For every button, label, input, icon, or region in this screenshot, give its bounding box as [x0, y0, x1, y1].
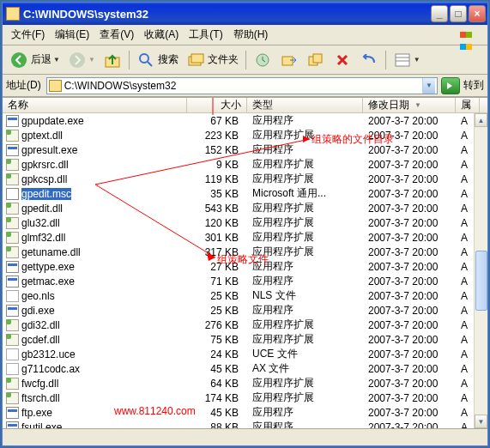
col-name[interactable]: 名称 [3, 98, 187, 112]
table-row[interactable]: g711codc.ax45 KBAX 文件2007-3-7 20:00A [3, 361, 487, 376]
file-date: 2007-3-7 20:00 [363, 261, 456, 273]
file-name: ftp.exe [21, 407, 52, 419]
table-row[interactable]: gpupdate.exe67 KB应用程序2007-3-7 20:00A [3, 113, 487, 128]
chevron-down-icon: ▼ [414, 56, 420, 64]
svg-point-0 [11, 52, 27, 68]
table-row[interactable]: gpkrsrc.dll9 KB应用程序扩展2007-3-7 20:00A [3, 157, 487, 172]
dll-file-icon [6, 203, 19, 215]
window-title: C:\WINDOWS\system32 [23, 8, 429, 21]
separator [245, 51, 246, 70]
table-row[interactable]: gettype.exe27 KB应用程序2007-3-7 20:00A [3, 259, 487, 274]
svg-point-3 [140, 54, 148, 63]
statusbar [3, 428, 487, 445]
table-row[interactable]: ftsrch.dll174 KB应用程序扩展2007-3-7 20:00A [3, 390, 487, 405]
close-button[interactable]: × [469, 5, 486, 22]
exe-file-icon [6, 407, 19, 419]
file-size: 45 KB [187, 407, 247, 419]
back-button[interactable]: 后退 ▼ [6, 49, 64, 71]
chevron-down-icon: ▼ [53, 56, 60, 64]
table-row[interactable]: geo.nls25 KBNLS 文件2007-3-7 20:00A [3, 288, 487, 303]
file-size: 45 KB [187, 363, 247, 375]
file-date: 2007-3-7 20:00 [363, 319, 456, 331]
menu-view[interactable]: 查看(V) [94, 26, 139, 44]
folders-button[interactable]: 文件夹 [183, 49, 242, 71]
menubar: 文件(F) 编辑(E) 查看(V) 收藏(A) 工具(T) 帮助(H) [3, 25, 487, 45]
file-type: 应用程序扩展 [247, 215, 363, 230]
delete-button[interactable] [330, 49, 355, 71]
scroll-up-button[interactable]: ▲ [475, 113, 487, 127]
menu-file[interactable]: 文件(F) [6, 26, 50, 44]
copy-to-icon [306, 51, 325, 70]
copy-to-button[interactable] [303, 49, 329, 71]
maximize-button[interactable]: □ [450, 5, 467, 22]
minimize-button[interactable]: _ [431, 5, 448, 22]
exe-file-icon [6, 275, 19, 288]
file-name: g711codc.ax [21, 363, 80, 375]
col-attr[interactable]: 属 [456, 98, 480, 112]
msc-file-icon [6, 188, 19, 200]
scroll-thumb[interactable] [475, 251, 487, 311]
file-name: fwcfg.dll [21, 378, 58, 390]
col-date[interactable]: 修改日期▼ [363, 98, 456, 112]
up-button[interactable] [100, 49, 125, 71]
menu-tools[interactable]: 工具(T) [184, 26, 227, 44]
explorer-window: C:\WINDOWS\system32 _ □ × 文件(F) 编辑(E) 查看… [2, 2, 488, 446]
file-name: getmac.exe [21, 275, 75, 288]
table-row[interactable]: gb2312.uce24 KBUCE 文件2007-3-7 20:00A [3, 347, 487, 361]
search-button[interactable]: 搜索 [133, 49, 182, 71]
col-size[interactable]: 大小 [187, 98, 247, 112]
table-row[interactable]: gdi32.dll276 KB应用程序扩展2007-3-7 20:00A [3, 318, 487, 332]
file-list: 名称 大小 类型 修改日期▼ 属 gpupdate.exe67 KB应用程序20… [3, 97, 487, 428]
history-button[interactable] [250, 49, 275, 71]
vertical-scrollbar[interactable]: ▲ ▼ [474, 113, 487, 428]
table-row[interactable]: getuname.dll317 KB应用程序扩展2007-3-7 20:00A [3, 245, 487, 259]
file-date: 2007-3-7 20:00 [363, 407, 456, 419]
table-row[interactable]: gptext.dll223 KB应用程序扩展2007-3-7 20:00A [3, 128, 487, 142]
dll-file-icon [6, 334, 19, 346]
file-date: 2007-3-7 20:00 [363, 203, 456, 215]
exe-file-icon [6, 144, 19, 156]
exe-file-icon [6, 305, 19, 317]
svg-rect-8 [282, 57, 293, 65]
file-date: 2007-3-7 20:00 [363, 305, 456, 317]
file-size: 301 KB [187, 232, 247, 244]
menu-favorites[interactable]: 收藏(A) [139, 26, 184, 44]
menu-help[interactable]: 帮助(H) [228, 26, 274, 44]
table-row[interactable]: gpkcsp.dll119 KB应用程序扩展2007-3-7 20:00A [3, 172, 487, 186]
menu-edit[interactable]: 编辑(E) [50, 26, 94, 44]
file-name: gpresult.exe [21, 144, 77, 156]
file-type: 应用程序 [247, 259, 363, 274]
table-row[interactable]: getmac.exe71 KB应用程序2007-3-7 20:00A [3, 274, 487, 288]
undo-button[interactable] [356, 49, 382, 71]
table-row[interactable]: ftp.exe45 KB应用程序2007-3-7 20:00A [3, 405, 487, 420]
file-name: gpedit.dll [21, 203, 63, 215]
folder-icon [49, 80, 62, 92]
table-row[interactable]: glmf32.dll301 KB应用程序扩展2007-3-7 20:00A [3, 230, 487, 245]
table-row[interactable]: gpedit.msc35 KBMicrosoft 通用...2007-3-7 2… [3, 186, 487, 201]
address-input[interactable]: C:\WINDOWS\system32 ▼ [46, 77, 438, 94]
toolbar: 后退 ▼ ▼ 搜索 文件夹 [3, 45, 487, 75]
file-date: 2007-3-7 20:00 [363, 421, 456, 429]
move-to-button[interactable] [276, 49, 302, 71]
views-button[interactable]: ▼ [390, 49, 424, 71]
titlebar[interactable]: C:\WINDOWS\system32 _ □ × [3, 3, 487, 25]
table-row[interactable]: fwcfg.dll64 KB应用程序扩展2007-3-7 20:00A [3, 376, 487, 390]
go-button[interactable] [441, 77, 460, 94]
chevron-down-icon[interactable]: ▼ [422, 78, 435, 94]
scroll-down-button[interactable]: ▼ [475, 415, 487, 428]
table-row[interactable]: gpedit.dll543 KB应用程序扩展2007-3-7 20:00A [3, 201, 487, 215]
dll-file-icon [6, 232, 19, 244]
file-name: gcdef.dll [21, 334, 60, 346]
table-row[interactable]: fsutil.exe88 KB应用程序2007-3-7 20:00A [3, 420, 487, 428]
file-size: 174 KB [187, 392, 247, 404]
file-date: 2007-3-7 20:00 [363, 130, 456, 142]
dll-file-icon [6, 246, 19, 258]
col-type[interactable]: 类型 [247, 98, 363, 112]
file-name: gettype.exe [21, 261, 75, 273]
table-row[interactable]: gpresult.exe152 KB应用程序2007-3-7 20:00A [3, 142, 487, 157]
delete-icon [333, 51, 352, 70]
table-row[interactable]: gdi.exe25 KB应用程序2007-3-7 20:00A [3, 303, 487, 318]
table-row[interactable]: gcdef.dll75 KB应用程序扩展2007-3-7 20:00A [3, 332, 487, 347]
table-row[interactable]: glu32.dll120 KB应用程序扩展2007-3-7 20:00A [3, 215, 487, 230]
file-type: 应用程序扩展 [247, 245, 363, 259]
